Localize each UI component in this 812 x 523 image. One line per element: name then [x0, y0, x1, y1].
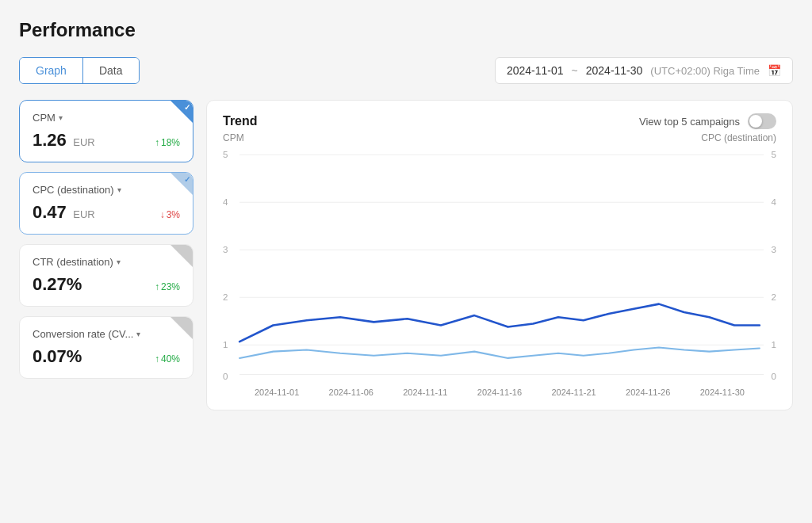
metric-label-cpc: CPC (destination) ▾	[33, 184, 180, 196]
metric-label-ctr: CTR (destination) ▾	[33, 256, 180, 268]
svg-text:4: 4	[772, 198, 777, 208]
metric-card-cvr[interactable]: Conversion rate (CV... ▾ 0.07% ↑ 40%	[19, 316, 193, 379]
metric-change-cpc: ↓ 3%	[160, 209, 180, 220]
chevron-icon-cpm: ▾	[59, 113, 63, 122]
chart-panel: Trend View top 5 campaigns CPM CPC (dest…	[206, 100, 793, 410]
metric-value-row-cvr: 0.07% ↑ 40%	[33, 346, 180, 367]
tab-data[interactable]: Data	[82, 58, 139, 83]
x-axis-labels: 2024-11-01 2024-11-06 2024-11-11 2024-11…	[223, 384, 776, 397]
svg-text:2: 2	[772, 293, 776, 303]
svg-text:3: 3	[223, 246, 228, 255]
timezone-label: (UTC+02:00) Riga Time	[650, 65, 760, 77]
chevron-icon-ctr: ▾	[117, 258, 121, 266]
chart-header: Trend View top 5 campaigns	[223, 113, 776, 129]
arrow-down-cpc: ↓	[160, 209, 165, 220]
trend-chart: 5 4 3 2 1 0 5 4 3 2 1 0	[223, 147, 776, 384]
chart-axis-labels: CPM CPC (destination)	[223, 132, 776, 143]
metric-change-cpm: ↑ 18%	[155, 137, 180, 148]
y-axis-left-label: CPM	[223, 132, 244, 143]
tab-graph[interactable]: Graph	[20, 58, 82, 83]
metric-unit-cpc: EUR	[73, 208, 94, 220]
svg-text:0: 0	[223, 372, 228, 381]
metric-value-cpc: 0.47	[33, 202, 67, 222]
metric-card-ctr[interactable]: CTR (destination) ▾ 0.27% ↑ 23%	[19, 244, 193, 307]
date-separator: ~	[572, 64, 578, 77]
metric-card-cpc[interactable]: ✓ CPC (destination) ▾ 0.47 EUR ↓ 3%	[19, 172, 193, 235]
metric-change-cvr: ↑ 40%	[155, 353, 180, 365]
y-axis-right-label: CPC (destination)	[701, 132, 776, 143]
date-end: 2024-11-30	[586, 64, 643, 77]
metric-value-row-cpc: 0.47 EUR ↓ 3%	[33, 202, 180, 223]
x-label-5: 2024-11-26	[626, 387, 670, 397]
svg-text:3: 3	[772, 246, 776, 255]
page-title: Performance	[19, 19, 793, 41]
svg-text:1: 1	[223, 341, 228, 350]
toggle-knob	[749, 115, 762, 128]
calendar-icon[interactable]: 📅	[768, 64, 781, 77]
chart-title: Trend	[223, 114, 258, 128]
chevron-icon-cpc: ▾	[117, 185, 121, 194]
metric-value-row-cpm: 1.26 EUR ↑ 18%	[33, 130, 180, 151]
check-icon-cpm: ✓	[184, 103, 190, 112]
x-label-0: 2024-11-01	[255, 387, 299, 397]
main-content: ✓ CPM ▾ 1.26 EUR ↑ 18% ✓ CPC (destin	[19, 100, 793, 410]
corner-indicator-ctr	[170, 245, 193, 267]
x-label-6: 2024-11-30	[700, 387, 745, 397]
svg-text:0: 0	[772, 372, 776, 381]
tab-group: Graph Data	[19, 57, 140, 84]
svg-text:4: 4	[223, 198, 228, 208]
metric-value-cpm: 1.26	[33, 130, 67, 150]
metric-unit-cpm: EUR	[73, 136, 94, 148]
x-label-3: 2024-11-16	[477, 387, 522, 397]
arrow-up-cvr: ↑	[155, 353, 159, 365]
top5-toggle-area: View top 5 campaigns	[639, 113, 776, 129]
metric-card-cpm[interactable]: ✓ CPM ▾ 1.26 EUR ↑ 18%	[19, 100, 193, 162]
svg-text:5: 5	[223, 151, 228, 160]
svg-text:2: 2	[223, 293, 228, 303]
top-bar: Graph Data 2024-11-01 ~ 2024-11-30 (UTC+…	[19, 57, 793, 84]
chart-area: 5 4 3 2 1 0 5 4 3 2 1 0	[223, 147, 776, 384]
arrow-up-cpm: ↑	[155, 137, 159, 148]
arrow-up-ctr: ↑	[155, 281, 159, 292]
check-icon-cpc: ✓	[184, 175, 190, 184]
svg-text:5: 5	[772, 151, 776, 160]
top5-label: View top 5 campaigns	[639, 116, 740, 128]
metric-label-cvr: Conversion rate (CV... ▾	[33, 328, 180, 340]
chevron-icon-cvr: ▾	[136, 330, 140, 338]
corner-indicator-cvr	[170, 317, 193, 339]
metric-label-cpm: CPM ▾	[33, 112, 180, 124]
metrics-panel: ✓ CPM ▾ 1.26 EUR ↑ 18% ✓ CPC (destin	[19, 100, 193, 410]
metric-value-row-ctr: 0.27% ↑ 23%	[33, 274, 180, 295]
date-range-selector[interactable]: 2024-11-01 ~ 2024-11-30 (UTC+02:00) Riga…	[495, 57, 793, 84]
x-label-4: 2024-11-21	[551, 387, 596, 397]
svg-text:1: 1	[772, 341, 776, 350]
x-label-1: 2024-11-06	[329, 387, 373, 397]
top5-toggle-switch[interactable]	[748, 113, 776, 129]
metric-value-cvr: 0.07%	[33, 346, 82, 366]
date-start: 2024-11-01	[507, 64, 564, 77]
x-label-2: 2024-11-11	[403, 387, 447, 397]
metric-change-ctr: ↑ 23%	[155, 281, 180, 292]
metric-value-ctr: 0.27%	[33, 274, 82, 294]
